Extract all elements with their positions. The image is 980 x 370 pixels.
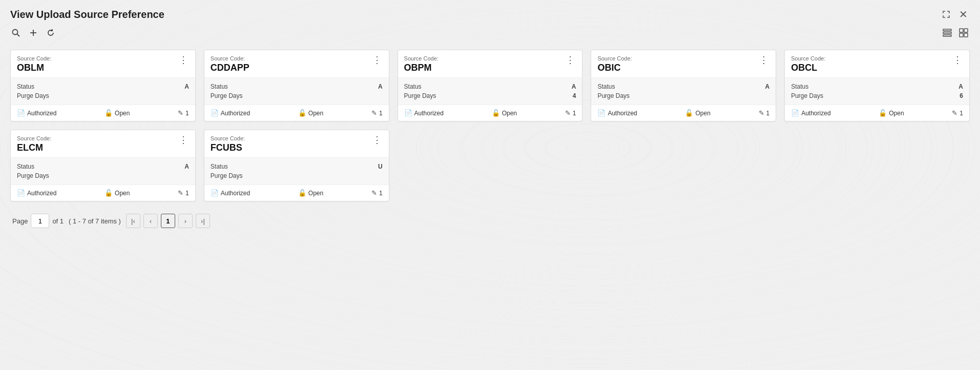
card-body: Status A Purge Days [11, 158, 195, 185]
card-menu-button[interactable]: ⋮ [758, 55, 769, 65]
card-body: Status A Purge Days [591, 78, 776, 105]
card-footer: 📄 Authorized 🔓 Open ✎ 1 [11, 185, 195, 201]
purge-days-row: Purge Days [17, 92, 189, 99]
window-controls: ✕ [940, 8, 970, 20]
purge-days-value: 6 [960, 92, 963, 99]
card-obcl: Source Code: OBCL ⋮ Status A Purge Days … [784, 50, 970, 121]
card-oblm: Source Code: OBLM ⋮ Status A Purge Days … [10, 50, 196, 121]
source-code-value: OBLM [17, 63, 51, 73]
next-page-button[interactable]: › [178, 214, 193, 228]
current-page: 1 [161, 214, 175, 228]
status-row: Status A [597, 83, 769, 90]
list-view-button[interactable] [941, 27, 953, 42]
card-obpm: Source Code: OBPM ⋮ Status A Purge Days … [398, 50, 583, 121]
card-body: Status A Purge Days 6 [785, 78, 969, 105]
status-value: A [765, 83, 770, 90]
purge-days-row: Purge Days [597, 92, 769, 99]
card-menu-button[interactable]: ⋮ [952, 55, 963, 65]
page-header: View Upload Source Preference ✕ [10, 8, 970, 20]
edit-icon: ✎ [952, 109, 957, 117]
status-row: Status A [211, 83, 383, 90]
card-body: Status A Purge Days 4 [398, 78, 582, 105]
first-page-button[interactable]: |‹ [126, 214, 140, 228]
svg-rect-4 [943, 29, 951, 31]
lock-status: 🔓 Open [105, 109, 130, 117]
last-page-button[interactable]: ›| [196, 214, 210, 228]
card-menu-button[interactable]: ⋮ [371, 135, 383, 145]
card-footer: 📄 Authorized 🔓 Open ✎ 1 [204, 185, 389, 201]
svg-rect-6 [943, 35, 951, 36]
maximize-button[interactable] [940, 9, 953, 20]
source-code-value: OBCL [791, 63, 825, 73]
source-code-label: Source Code: [17, 55, 51, 61]
svg-point-0 [13, 30, 18, 35]
status-label: Status [17, 163, 34, 170]
source-code-label: Source Code: [404, 55, 439, 61]
source-code-label: Source Code: [211, 55, 249, 61]
card-menu-button[interactable]: ⋮ [178, 55, 189, 65]
cards-row1: Source Code: OBLM ⋮ Status A Purge Days … [10, 50, 970, 121]
edit-icon: ✎ [565, 109, 571, 117]
grid-view-button[interactable] [957, 27, 970, 42]
status-row: Status A [404, 83, 576, 90]
edit-count-value: 1 [766, 110, 770, 117]
auth-label: Authorized [608, 110, 637, 117]
lock-icon: 🔓 [492, 109, 500, 117]
auth-label: Authorized [221, 110, 250, 117]
auth-icon: 📄 [211, 189, 219, 197]
purge-days-label: Purge Days [17, 92, 49, 99]
prev-page-button[interactable]: ‹ [143, 214, 158, 228]
card-cddapp: Source Code: CDDAPP ⋮ Status A Purge Day… [204, 50, 389, 121]
purge-days-value: 4 [573, 92, 576, 99]
auth-status: 📄 Authorized [17, 109, 56, 117]
page-title: View Upload Source Preference [10, 9, 164, 20]
status-label: Status [211, 163, 228, 170]
purge-days-row: Purge Days [211, 92, 383, 99]
purge-days-label: Purge Days [597, 92, 630, 99]
auth-status: 📄 Authorized [597, 109, 637, 117]
lock-label: Open [695, 110, 710, 117]
auth-label: Authorized [221, 190, 250, 197]
lock-label: Open [308, 110, 323, 117]
status-label: Status [211, 83, 228, 90]
auth-icon: 📄 [404, 109, 412, 117]
edit-count: ✎ 1 [178, 189, 189, 197]
toolbar-right [941, 27, 970, 42]
status-row: Status A [791, 83, 963, 90]
lock-icon: 🔓 [105, 189, 113, 197]
lock-status: 🔓 Open [298, 189, 323, 197]
refresh-button[interactable] [45, 27, 56, 41]
card-menu-button[interactable]: ⋮ [565, 55, 576, 65]
edit-icon: ✎ [178, 189, 183, 197]
auth-icon: 📄 [791, 109, 799, 117]
auth-status: 📄 Authorized [211, 109, 250, 117]
lock-status: 🔓 Open [879, 109, 904, 117]
source-code-label: Source Code: [597, 55, 632, 61]
auth-icon: 📄 [17, 189, 25, 197]
status-label: Status [597, 83, 615, 90]
edit-count: ✎ 1 [178, 109, 189, 117]
status-value: A [184, 163, 189, 170]
status-value: A [958, 83, 963, 90]
edit-icon: ✎ [371, 109, 377, 117]
auth-label: Authorized [801, 110, 830, 117]
close-button[interactable]: ✕ [957, 8, 970, 20]
card-menu-button[interactable]: ⋮ [178, 135, 189, 145]
card-menu-button[interactable]: ⋮ [371, 55, 383, 65]
status-value: A [378, 83, 383, 90]
lock-icon: 🔓 [298, 109, 306, 117]
pagination: Page of 1 ( 1 - 7 of 7 items ) |‹ ‹ 1 › … [10, 214, 970, 228]
svg-rect-9 [960, 33, 963, 37]
empty-slot-1 [398, 130, 583, 201]
search-button[interactable] [10, 27, 22, 41]
edit-count-value: 1 [185, 110, 189, 117]
edit-count: ✎ 1 [565, 109, 576, 117]
auth-status: 📄 Authorized [791, 109, 830, 117]
page-input[interactable] [31, 214, 49, 228]
card-footer: 📄 Authorized 🔓 Open ✎ 1 [785, 105, 969, 121]
empty-slot-2 [591, 130, 776, 201]
add-button[interactable] [28, 27, 39, 41]
toolbar-left [10, 27, 56, 41]
lock-label: Open [115, 190, 130, 197]
lock-status: 🔓 Open [105, 189, 130, 197]
